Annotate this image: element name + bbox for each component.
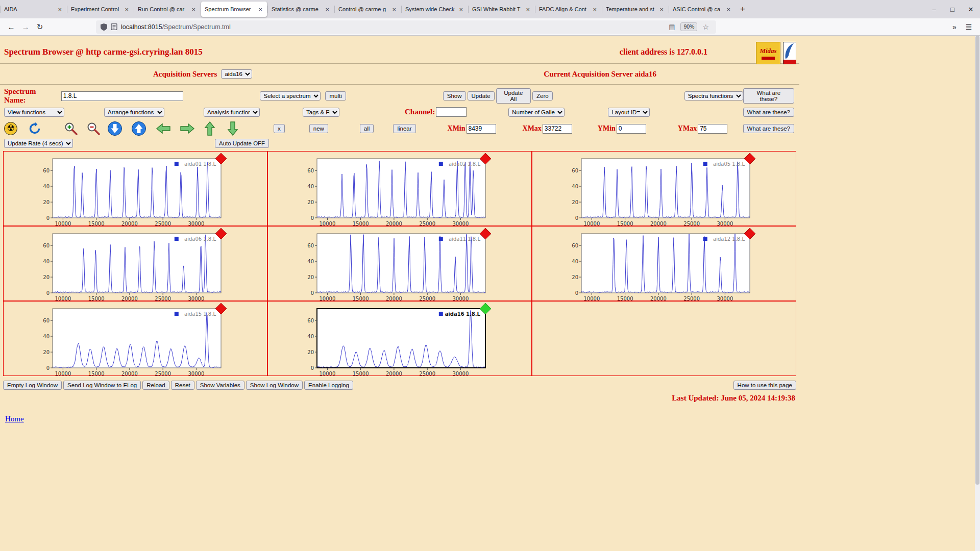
analysis-functions-dropdown[interactable]: Analysis functions (204, 108, 260, 117)
view-functions-dropdown[interactable]: View functions (4, 108, 64, 117)
footer-button-reset[interactable]: Reset (171, 381, 194, 390)
gallery-cell-aida16[interactable]: 10000150002000025000300000204060aida16 1… (267, 301, 532, 376)
what-are-these-button-1[interactable]: What are these? (743, 88, 794, 104)
tab-close-icon[interactable]: × (725, 6, 731, 13)
zoom-level-badge[interactable]: 90% (680, 22, 697, 31)
menu-hamburger-icon[interactable]: ☰ (962, 20, 976, 34)
browser-tab[interactable]: Control @ carme-g× (335, 2, 401, 17)
reload-button[interactable]: ↻ (33, 20, 47, 34)
site-info-icon[interactable] (111, 23, 117, 30)
x-axis-button[interactable]: x (274, 124, 285, 133)
spectra-functions-dropdown[interactable]: Spectra functions (684, 91, 743, 101)
auto-update-button[interactable]: Auto Update OFF (215, 139, 269, 148)
zoom-in-button[interactable] (63, 121, 79, 136)
shield-icon[interactable] (101, 23, 107, 31)
xmax-input[interactable] (543, 124, 572, 134)
footer-button-enable-logging[interactable]: Enable Logging (304, 381, 353, 390)
spectrum-plot[interactable]: 10000150002000025000300000204060aida05 1… (561, 152, 788, 227)
channel-input[interactable] (436, 107, 467, 117)
gallery-cell-aida05[interactable]: 10000150002000025000300000204060aida05 1… (532, 151, 796, 226)
spectrum-plot[interactable]: 10000150002000025000300000204060aida01 1… (32, 152, 259, 227)
update-all-button[interactable]: Update All (496, 88, 531, 104)
update-button[interactable]: Update (468, 91, 495, 101)
reader-mode-icon[interactable]: ▤ (669, 23, 675, 31)
select-spectrum-dropdown[interactable]: Select a spectrum (260, 91, 321, 101)
scale-down-button[interactable] (227, 121, 239, 136)
browser-tab[interactable]: Run Control @ car× (134, 2, 200, 17)
browser-tab[interactable]: Temperature and st× (602, 2, 668, 17)
forward-button[interactable]: → (18, 20, 33, 34)
linear-button[interactable]: linear (393, 124, 415, 133)
tab-close-icon[interactable]: × (57, 6, 63, 13)
y-expand-button[interactable] (131, 121, 146, 136)
browser-tab[interactable]: Experiment Control× (67, 2, 133, 17)
browser-tab[interactable]: GSI White Rabbit T× (469, 2, 534, 17)
browser-tab[interactable]: Statistics @ carme× (268, 2, 334, 17)
gallery-cell-aida06[interactable]: 10000150002000025000300000204060aida06 1… (3, 226, 267, 301)
show-button[interactable]: Show (443, 91, 466, 101)
browser-tab[interactable]: ASIC Control @ ca× (669, 2, 735, 17)
acquisition-server-select[interactable]: aida16 (221, 69, 252, 79)
gallery-cell-aida12[interactable]: 10000150002000025000300000204060aida12 1… (532, 226, 796, 301)
overflow-chevron-icon[interactable]: » (947, 20, 962, 34)
pan-right-button[interactable] (180, 122, 195, 135)
layout-id-dropdown[interactable]: Layout ID=3 (608, 108, 650, 117)
browser-tab[interactable]: System wide Check× (402, 2, 468, 17)
xmin-input[interactable] (467, 124, 496, 134)
refresh-button[interactable] (28, 121, 42, 136)
tab-close-icon[interactable]: × (190, 6, 197, 13)
spectrum-plot[interactable]: 10000150002000025000300000204060aida06 1… (32, 227, 259, 302)
footer-button-send-log-window-to-elog[interactable]: Send Log Window to ELog (63, 381, 141, 390)
tab-close-icon[interactable]: × (658, 6, 665, 13)
tab-close-icon[interactable]: × (391, 6, 397, 13)
tab-close-icon[interactable]: × (592, 6, 598, 13)
gallery-cell-aida02[interactable]: 10000150002000025000300000204060aida02 1… (267, 151, 532, 226)
gallery-cell-aida15[interactable]: 10000150002000025000300000204060aida15 1… (3, 301, 267, 376)
browser-tab[interactable]: FADC Align & Cont× (535, 2, 601, 17)
spectrum-plot[interactable]: 10000150002000025000300000204060aida15 1… (32, 302, 259, 377)
gallery-cell-aida01[interactable]: 10000150002000025000300000204060aida01 1… (3, 151, 267, 226)
tab-close-icon[interactable]: × (525, 6, 531, 13)
browser-tab[interactable]: AIDA× (1, 2, 66, 17)
maximize-button[interactable]: □ (943, 0, 962, 18)
tab-close-icon[interactable]: × (257, 6, 263, 13)
gallery-cell-aida11[interactable]: 10000150002000025000300000204060aida11 1… (267, 226, 532, 301)
tab-close-icon[interactable]: × (124, 6, 130, 13)
scrollbar-thumb[interactable] (975, 36, 979, 485)
footer-button-show-variables[interactable]: Show Variables (196, 381, 244, 390)
zero-button[interactable]: Zero (532, 91, 553, 101)
new-button[interactable]: new (309, 124, 328, 133)
new-tab-button[interactable]: + (736, 2, 750, 16)
back-button[interactable]: ← (4, 20, 18, 34)
footer-button-show-log-window[interactable]: Show Log Window (246, 381, 303, 390)
pan-left-button[interactable] (156, 122, 171, 135)
home-link[interactable]: Home (5, 415, 24, 423)
multi-button[interactable]: multi (325, 91, 346, 101)
spectrum-plot[interactable]: 10000150002000025000300000204060aida11 1… (297, 227, 523, 302)
address-bar[interactable]: localhost:8015/Spectrum/Spectrum.tml ▤ 9… (96, 20, 716, 34)
number-of-galleries-dropdown[interactable]: Number of Galleries (508, 108, 565, 117)
page-scrollbar[interactable] (975, 36, 980, 551)
spectrum-plot[interactable]: 10000150002000025000300000204060aida16 1… (297, 302, 523, 377)
tab-close-icon[interactable]: × (458, 6, 464, 13)
scale-up-button[interactable] (204, 121, 216, 136)
arrange-functions-dropdown[interactable]: Arrange functions (104, 108, 164, 117)
what-are-these-button-3[interactable]: What are these? (743, 124, 794, 133)
what-are-these-button-2[interactable]: What are these? (743, 108, 794, 117)
how-to-use-button[interactable]: How to use this page (733, 381, 796, 390)
zoom-out-button[interactable] (86, 121, 101, 136)
bookmark-star-icon[interactable]: ☆ (702, 23, 709, 31)
all-button[interactable]: all (360, 124, 374, 133)
spectrum-plot[interactable]: 10000150002000025000300000204060aida02 1… (297, 152, 523, 227)
y-compress-button[interactable] (107, 121, 122, 136)
ymax-input[interactable] (698, 124, 727, 134)
radiation-button[interactable]: ☢ (4, 122, 17, 135)
browser-tab[interactable]: Spectrum Browser× (201, 2, 267, 17)
footer-button-empty-log-window[interactable]: Empty Log Window (3, 381, 62, 390)
ymin-input[interactable] (617, 124, 646, 134)
tab-close-icon[interactable]: × (324, 6, 330, 13)
close-window-button[interactable]: ✕ (962, 0, 980, 18)
minimize-button[interactable]: – (925, 0, 943, 18)
spectrum-name-input[interactable] (61, 91, 184, 101)
footer-button-reload[interactable]: Reload (142, 381, 169, 390)
